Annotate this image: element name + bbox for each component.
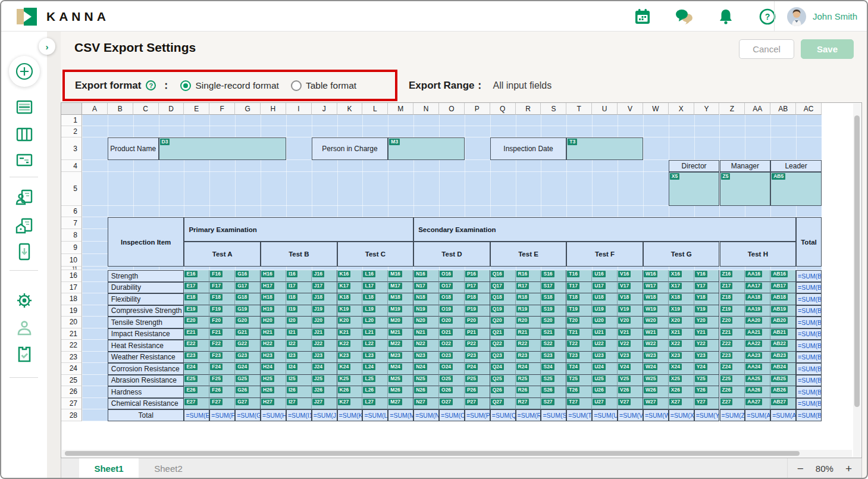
data-cell[interactable]: O20 (439, 317, 465, 328)
data-cell[interactable]: V25 (618, 375, 643, 387)
data-cell[interactable]: H20 (261, 317, 286, 328)
data-cell[interactable]: S26 (541, 386, 566, 398)
data-cell[interactable]: O16 (439, 270, 465, 282)
data-cell[interactable]: G24 (235, 363, 261, 375)
data-cell[interactable]: E18 (184, 293, 209, 305)
data-cell[interactable]: I27 (286, 398, 312, 410)
data-cell[interactable]: H16 (261, 270, 286, 282)
data-cell[interactable]: K17 (337, 282, 363, 294)
column-total-formula[interactable]: =SUM(Y16: (694, 409, 720, 421)
column-total-formula[interactable]: =SUM(R16: (516, 409, 541, 421)
data-cell[interactable]: R20 (516, 317, 541, 328)
data-cell[interactable]: P16 (465, 270, 490, 282)
row-header-24[interactable]: 24 (61, 363, 82, 375)
data-cell[interactable]: K26 (337, 386, 363, 398)
column-header-N[interactable]: N (413, 103, 439, 115)
data-cell[interactable]: J26 (312, 386, 337, 398)
data-cell[interactable]: AB19 (770, 305, 796, 317)
data-cell[interactable]: U22 (592, 340, 618, 352)
data-cell[interactable]: AB24 (770, 363, 796, 375)
data-cell[interactable]: AB27 (770, 398, 796, 410)
field-input[interactable]: D3 (159, 137, 286, 160)
data-cell[interactable]: U25 (592, 375, 618, 387)
data-cell[interactable]: I18 (286, 293, 312, 305)
column-total-formula[interactable]: =SUM(P16: (465, 409, 490, 421)
data-cell[interactable]: R26 (516, 386, 541, 398)
data-cell[interactable]: Z21 (720, 328, 745, 340)
save-button[interactable]: Save (801, 39, 854, 59)
data-cell[interactable]: F17 (209, 282, 235, 294)
data-cell[interactable]: V18 (618, 293, 643, 305)
row-header-23[interactable]: 23 (61, 352, 82, 364)
data-cell[interactable]: N20 (413, 317, 439, 328)
data-cell[interactable]: G17 (235, 282, 261, 294)
row-header-20[interactable]: 20 (61, 317, 82, 328)
sidebar-item-documents[interactable] (14, 97, 35, 117)
data-cell[interactable]: P26 (465, 386, 490, 398)
data-cell[interactable]: Z17 (720, 282, 745, 294)
data-cell[interactable]: M20 (388, 317, 413, 328)
data-cell[interactable]: P23 (465, 352, 490, 364)
data-cell[interactable]: N27 (413, 398, 439, 410)
data-cell[interactable]: Y25 (694, 375, 720, 387)
column-header-L[interactable]: L (362, 103, 388, 115)
sidebar-item-site-document[interactable] (14, 216, 35, 236)
data-cell[interactable]: U18 (592, 293, 618, 305)
column-total-formula[interactable]: =SUM(U16: (592, 409, 618, 421)
data-cell[interactable]: R19 (516, 305, 541, 317)
row-header-16[interactable]: 16 (61, 270, 82, 282)
data-cell[interactable]: F26 (209, 386, 235, 398)
data-cell[interactable]: T23 (566, 352, 592, 364)
data-cell[interactable]: E16 (184, 270, 209, 282)
data-cell[interactable]: G27 (235, 398, 261, 410)
data-cell[interactable]: Z25 (720, 375, 745, 387)
data-cell[interactable]: K16 (337, 270, 363, 282)
column-header-F[interactable]: F (209, 103, 235, 115)
chat-icon[interactable] (674, 7, 694, 27)
data-cell[interactable]: S21 (541, 328, 566, 340)
data-cell[interactable]: T25 (566, 375, 592, 387)
data-cell[interactable]: R16 (516, 270, 541, 282)
data-cell[interactable]: M23 (388, 352, 413, 364)
data-cell[interactable]: F24 (209, 363, 235, 375)
data-cell[interactable]: I21 (286, 328, 312, 340)
row-header-27[interactable]: 27 (61, 398, 82, 410)
column-header-P[interactable]: P (465, 103, 490, 115)
data-cell[interactable]: J21 (312, 328, 337, 340)
data-cell[interactable]: R17 (516, 282, 541, 294)
data-cell[interactable]: P27 (465, 398, 490, 410)
data-cell[interactable]: M18 (388, 293, 413, 305)
column-total-formula[interactable]: =SUM(W16: (643, 409, 669, 421)
approval-input[interactable]: AB5 (770, 172, 822, 206)
data-cell[interactable]: G16 (235, 270, 261, 282)
data-cell[interactable]: AA19 (745, 305, 770, 317)
column-header-X[interactable]: X (669, 103, 694, 115)
data-cell[interactable]: Y27 (694, 398, 720, 410)
data-cell[interactable]: K20 (337, 317, 363, 328)
data-cell[interactable]: I23 (286, 352, 312, 364)
data-cell[interactable]: R22 (516, 340, 541, 352)
data-cell[interactable]: O21 (439, 328, 465, 340)
data-cell[interactable]: J18 (312, 293, 337, 305)
radio-table-format[interactable]: Table format (291, 80, 356, 91)
row-header-1[interactable]: 1 (61, 115, 82, 126)
data-cell[interactable]: X16 (669, 270, 694, 282)
data-cell[interactable]: AB18 (770, 293, 796, 305)
data-cell[interactable]: E26 (184, 386, 209, 398)
data-cell[interactable]: W22 (643, 340, 669, 352)
data-cell[interactable]: W18 (643, 293, 669, 305)
data-cell[interactable]: W26 (643, 386, 669, 398)
data-cell[interactable]: AB17 (770, 282, 796, 294)
data-cell[interactable]: P19 (465, 305, 490, 317)
data-cell[interactable]: S23 (541, 352, 566, 364)
data-cell[interactable]: L23 (362, 352, 388, 364)
data-cell[interactable]: W16 (643, 270, 669, 282)
data-cell[interactable]: W27 (643, 398, 669, 410)
data-cell[interactable]: J23 (312, 352, 337, 364)
data-cell[interactable]: V27 (618, 398, 643, 410)
data-cell[interactable]: H21 (261, 328, 286, 340)
data-cell[interactable]: AB20 (770, 317, 796, 328)
data-cell[interactable]: S20 (541, 317, 566, 328)
data-cell[interactable]: U24 (592, 363, 618, 375)
data-cell[interactable]: O25 (439, 375, 465, 387)
